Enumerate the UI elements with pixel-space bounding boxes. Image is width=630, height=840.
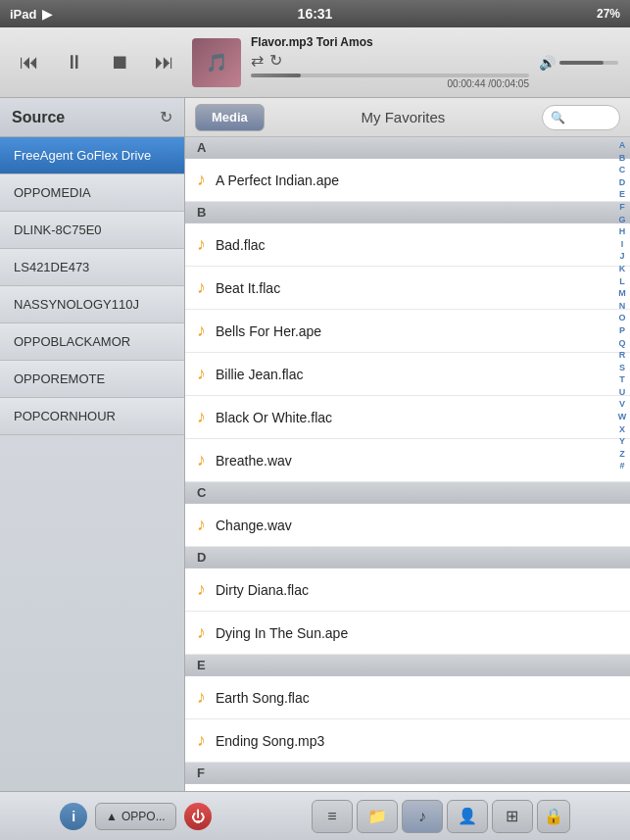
- alpha-t[interactable]: T: [619, 373, 625, 386]
- shuffle-icon[interactable]: ⇄: [251, 51, 264, 70]
- music-tab[interactable]: ♪: [402, 800, 443, 833]
- wifi-icon: ▶: [42, 7, 52, 22]
- sidebar-item-2[interactable]: DLINK-8C75E0: [0, 212, 184, 249]
- sidebar-item-3[interactable]: LS421DE473: [0, 249, 184, 286]
- song-title: Black Or White.flac: [216, 410, 332, 425]
- track-controls: ⇄ ↻: [251, 51, 529, 70]
- progress-fill: [251, 74, 301, 77]
- music-note-icon: ♪: [197, 687, 206, 708]
- main-layout: Source ↻ FreeAgent GoFlex Drive OPPOMEDI…: [0, 98, 630, 791]
- song-title: Bad.flac: [216, 237, 266, 253]
- track-info: Flavor.mp3 Tori Amos ⇄ ↻ 00:00:44 / 00:0…: [251, 35, 529, 89]
- music-note-icon: ♪: [197, 730, 206, 751]
- pause-button[interactable]: ⏸: [57, 45, 92, 80]
- sidebar-header: Source ↻: [0, 98, 184, 137]
- volume-area: 🔊: [539, 55, 618, 71]
- alpha-n[interactable]: N: [619, 300, 626, 313]
- media-tab[interactable]: Media: [195, 104, 265, 131]
- volume-fill: [559, 61, 604, 65]
- next-button[interactable]: ⏭: [147, 45, 182, 80]
- alpha-c[interactable]: C: [619, 164, 626, 176]
- song-row[interactable]: ♪ A Perfect Indian.ape: [185, 159, 630, 202]
- grid-icon: ⊞: [506, 807, 518, 825]
- song-row[interactable]: ♪ Billie Jean.flac: [185, 353, 630, 396]
- status-left: iPad ▶: [10, 7, 52, 22]
- section-header-e: E: [185, 655, 630, 676]
- sidebar-item-0[interactable]: FreeAgent GoFlex Drive: [0, 137, 184, 174]
- song-row[interactable]: ♪ Beat It.flac: [185, 267, 630, 310]
- sidebar-item-5[interactable]: OPPOBLACKAMOR: [0, 323, 184, 361]
- lock-button[interactable]: 🔒: [537, 800, 570, 833]
- sidebar-item-6[interactable]: OPPOREMOTE: [0, 361, 184, 398]
- battery-label: 27%: [597, 7, 620, 21]
- alpha-y[interactable]: Y: [619, 435, 625, 448]
- search-box[interactable]: 🔍: [542, 105, 620, 130]
- alpha-v[interactable]: V: [619, 398, 625, 411]
- song-row[interactable]: ♪ Ending Song.mp3: [185, 719, 630, 763]
- alpha-b[interactable]: B: [619, 152, 626, 165]
- alpha-i[interactable]: I: [621, 238, 624, 251]
- song-row[interactable]: ♪ Famous Blue Raincoat.ape: [185, 784, 630, 791]
- device-label: iPad: [10, 7, 36, 22]
- alpha-o[interactable]: O: [618, 312, 625, 324]
- song-row[interactable]: ♪ Bad.flac: [185, 223, 630, 267]
- power-button[interactable]: ⏻: [184, 803, 212, 830]
- sidebar-item-1[interactable]: OPPOMEDIA: [0, 174, 184, 212]
- refresh-button[interactable]: ↻: [160, 108, 172, 126]
- repeat-icon[interactable]: ↻: [269, 51, 282, 70]
- alpha-g[interactable]: G: [618, 214, 625, 226]
- song-row[interactable]: ♪ Dying In The Sun.ape: [185, 612, 630, 655]
- alpha-u[interactable]: U: [619, 386, 626, 399]
- song-title: Beat It.flac: [216, 280, 280, 296]
- favorites-tab[interactable]: My Favorites: [274, 109, 532, 125]
- alpha-z[interactable]: Z: [619, 448, 625, 461]
- song-row[interactable]: ♪ Bells For Her.ape: [185, 310, 630, 353]
- content-header: Media My Favorites 🔍: [185, 98, 630, 137]
- stop-button[interactable]: ⏹: [102, 45, 137, 80]
- alpha-x[interactable]: X: [619, 423, 625, 436]
- alpha-q[interactable]: Q: [618, 337, 625, 350]
- info-button[interactable]: i: [60, 803, 87, 830]
- lock-icon: 🔒: [544, 807, 563, 825]
- server-button[interactable]: ▲ OPPO...: [95, 803, 176, 830]
- transport-bar: ⏮ ⏸ ⏹ ⏭ 🎵 Flavor.mp3 Tori Amos ⇄ ↻ 00:00…: [0, 27, 630, 98]
- alpha-e[interactable]: E: [619, 188, 625, 201]
- prev-button[interactable]: ⏮: [12, 45, 47, 80]
- alpha-k[interactable]: K: [619, 263, 626, 275]
- alpha-j[interactable]: J: [619, 250, 624, 263]
- song-title: A Perfect Indian.ape: [216, 173, 339, 188]
- sidebar-item-7[interactable]: POPCORNHOUR: [0, 398, 184, 435]
- song-row[interactable]: ♪ Dirty Diana.flac: [185, 568, 630, 612]
- alpha-s[interactable]: S: [619, 362, 625, 374]
- sidebar-item-4[interactable]: NASSYNOLOGY110J: [0, 286, 184, 323]
- volume-bar[interactable]: [559, 61, 618, 65]
- music-note-icon: ♪: [197, 579, 206, 600]
- all-tab[interactable]: ≡: [312, 800, 353, 833]
- time-elapsed: 00:00:44: [448, 78, 486, 89]
- alpha-r[interactable]: R: [619, 349, 626, 362]
- alpha-p[interactable]: P: [619, 324, 625, 337]
- song-row[interactable]: ♪ Earth Song.flac: [185, 676, 630, 719]
- song-row[interactable]: ♪ Change.wav: [185, 504, 630, 547]
- people-tab[interactable]: 👤: [447, 800, 488, 833]
- alpha-l[interactable]: L: [619, 275, 625, 288]
- progress-bar[interactable]: [251, 74, 529, 77]
- grid-tab[interactable]: ⊞: [492, 800, 533, 833]
- alpha-h[interactable]: H: [619, 225, 626, 238]
- section-header-d: D: [185, 547, 630, 568]
- song-list[interactable]: A ♪ A Perfect Indian.ape B ♪ Bad.flac ♪ …: [185, 137, 630, 791]
- alpha-d[interactable]: D: [619, 176, 626, 189]
- alpha-index[interactable]: A B C D E F G H I J K L M N O P Q R S T: [614, 137, 630, 791]
- alpha-w[interactable]: W: [618, 411, 627, 423]
- chevron-up-icon: ▲: [106, 810, 118, 823]
- folder-tab[interactable]: 📁: [357, 800, 398, 833]
- alpha-m[interactable]: M: [618, 287, 626, 300]
- alpha-f[interactable]: F: [619, 201, 625, 214]
- list-icon: ≡: [327, 808, 336, 825]
- alpha-hash[interactable]: #: [619, 460, 624, 472]
- song-row[interactable]: ♪ Black Or White.flac: [185, 396, 630, 439]
- song-title: Earth Song.flac: [216, 690, 310, 706]
- alpha-a[interactable]: A: [619, 139, 626, 152]
- song-row[interactable]: ♪ Breathe.wav: [185, 439, 630, 482]
- song-title: Bells For Her.ape: [216, 323, 321, 339]
